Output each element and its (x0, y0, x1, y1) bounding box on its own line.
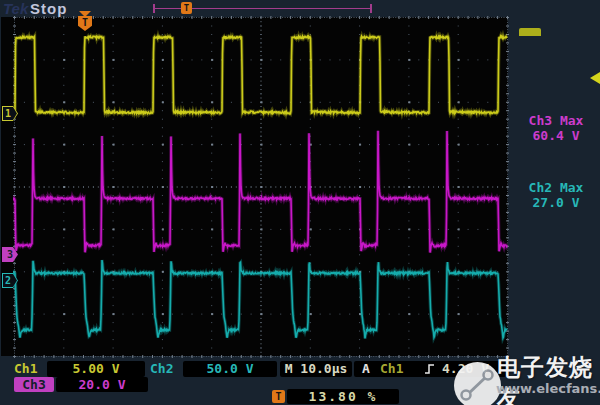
ch1-ground-marker: 1 (2, 106, 18, 121)
ch1-scale-readout: 5.00 V (47, 361, 145, 377)
timebase-readout: M 10.0µs (280, 361, 352, 377)
record-trigger-marker-icon: T (181, 2, 192, 14)
ch1-label: Ch1 (14, 361, 37, 377)
record-view-right-bracket (370, 4, 372, 13)
ch3-max-value: 60.4 V (510, 128, 600, 143)
record-view-left-bracket (153, 4, 155, 13)
ch2-max-label: Ch2 Max (510, 180, 600, 195)
trigger-level-arrow-icon (590, 72, 600, 84)
ch3-marker-number: 3 (2, 247, 18, 262)
ch2-ground-marker: 2 (2, 273, 18, 288)
trigger-position-icon: T (272, 390, 285, 403)
ch2-max-measurement: Ch2 Max 27.0 V (510, 180, 600, 210)
ch3-max-measurement: Ch3 Max 60.4 V (510, 113, 600, 143)
ch2-marker-number: 2 (2, 273, 14, 288)
ch1-marker-number: 1 (2, 106, 14, 121)
ch2-label: Ch2 (150, 361, 173, 377)
rising-edge-icon (424, 363, 436, 379)
watermark-link-icon (454, 362, 501, 405)
ch2-scale-readout: 50.0 V (183, 361, 277, 377)
trigger-mode: A (362, 361, 370, 377)
tek-logo: Tek (3, 0, 28, 17)
watermark-brand-text: 电子发烧友 (497, 352, 600, 405)
ch3-max-label: Ch3 Max (510, 113, 600, 128)
trigger-source: Ch1 (380, 361, 403, 377)
offscreen-pulse-fragment (519, 28, 541, 36)
acquisition-status: Stop (30, 0, 67, 17)
oscilloscope-screen: Tek Stop T T 1 3 2 Ch3 Max 60.4 V Ch2 Ma… (0, 0, 600, 405)
ch3-ground-marker: 3 (2, 247, 18, 262)
watermark-logo-circle (454, 362, 501, 405)
ch2-max-value: 27.0 V (510, 195, 600, 210)
ch3-label-selected: Ch3 (14, 377, 54, 392)
trigger-position-readout: 13.80 % (287, 389, 399, 404)
watermark-url: www.elecfans.com (496, 381, 600, 396)
